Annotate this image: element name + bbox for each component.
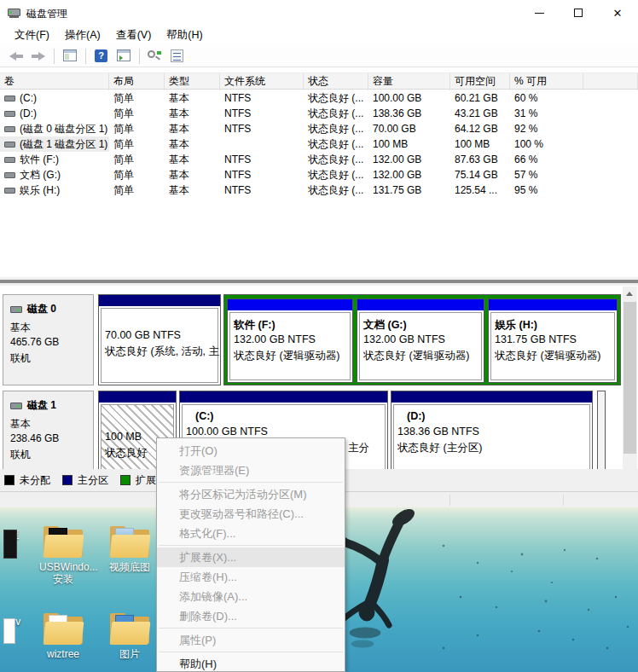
- partition-disk0-system[interactable]: 70.00 GB NTFS 状态良好 (系统, 活动, 主: [98, 294, 221, 385]
- desktop-icon-video-bg[interactable]: 视频底图: [106, 526, 154, 573]
- desktop-icon-partial-left-1[interactable]: 复: [0, 526, 31, 541]
- disk-icon: [10, 403, 22, 409]
- toolbar-separator: [139, 49, 140, 64]
- desktop-icon-label: wiztree: [39, 648, 87, 660]
- desktop-icon-label: 视频底图: [106, 561, 154, 573]
- volume-icon: [4, 172, 15, 178]
- window-title: 磁盘管理: [26, 7, 67, 21]
- table-row-g[interactable]: 文档 (G:) 简单基本 NTFS状态良好 (... 132.00 GB75.1…: [0, 167, 638, 182]
- table-row-disk1-part1-selected[interactable]: (磁盘 1 磁盘分区 1) 简单基本 状态良好 (... 100 MB100 M…: [0, 136, 638, 152]
- scrollbar-thumb[interactable]: [624, 302, 636, 454]
- legend-swatch-primary: [62, 475, 72, 485]
- desktop-icon-usbwindow[interactable]: USBWindo... 安装: [39, 526, 87, 585]
- close-icon: ✕: [613, 7, 623, 20]
- disk0-info-panel[interactable]: 磁盘 0 基本 465.76 GB 联机: [3, 294, 94, 385]
- menu-separator: [159, 652, 343, 652]
- logical-drive-bar: [357, 299, 484, 310]
- desktop-icon-label: USBWindo...: [39, 561, 87, 573]
- table-row-d[interactable]: (D:) 简单基本 NTFS状态良好 (... 138.36 GB43.21 G…: [0, 106, 638, 121]
- column-free-space[interactable]: 可用空间: [450, 73, 510, 90]
- desktop-icon-pictures[interactable]: 图片: [106, 613, 154, 660]
- back-icon[interactable]: [7, 48, 26, 65]
- volume-icon: [4, 142, 15, 148]
- menu-item-open[interactable]: 打开(O): [157, 441, 345, 461]
- desktop-icon-partial-left-2[interactable]: ecv: [0, 613, 27, 628]
- logical-drive-bar: [489, 299, 617, 310]
- menu-item-change-letter[interactable]: 更改驱动器号和路径(C)...: [157, 504, 345, 524]
- forward-icon[interactable]: [29, 48, 48, 65]
- toolbar-separator: [85, 49, 86, 64]
- document-icon: [3, 618, 15, 644]
- primary-partition-bar: [180, 391, 387, 403]
- menu-item-extend-volume[interactable]: 扩展卷(X)...: [157, 547, 345, 567]
- action-pane-icon[interactable]: [114, 48, 133, 65]
- close-button[interactable]: ✕: [598, 0, 637, 26]
- screen: 复 USBWindo... 安装 视频底图 ecv: [0, 0, 638, 672]
- maximize-icon: [574, 9, 583, 17]
- folder-icon: [44, 613, 83, 646]
- column-pct-free[interactable]: % 可用: [510, 73, 583, 90]
- volume-table-header: 卷 布局 类型 文件系统 状态 容量 可用空间 % 可用: [0, 72, 638, 90]
- volume-icon: [4, 96, 15, 101]
- logical-drive-bar: [228, 299, 352, 310]
- status-fragment: , 主分: [342, 441, 369, 455]
- menu-item-properties[interactable]: 属性(P): [157, 630, 345, 650]
- menu-separator: [159, 628, 343, 629]
- partition-context-menu: 打开(O) 资源管理器(E) 将分区标记为活动分区(M) 更改驱动器号和路径(C…: [156, 437, 345, 672]
- table-row-f[interactable]: 软件 (F:) 简单基本 NTFS状态良好 (... 132.00 GB87.6…: [0, 152, 638, 167]
- column-type[interactable]: 类型: [165, 73, 220, 90]
- legend-label: 未分配: [20, 473, 50, 488]
- menu-item-shrink-volume[interactable]: 压缩卷(H)...: [157, 567, 345, 587]
- partition-h[interactable]: 娱乐 (H:) 131.75 GB NTFS 状态良好 (逻辑驱动器): [488, 298, 618, 383]
- water-speckles: [443, 545, 629, 650]
- menu-action[interactable]: 操作(A): [57, 26, 108, 45]
- column-filesystem[interactable]: 文件系统: [220, 73, 304, 90]
- dark-app-icon: [3, 530, 17, 559]
- menu-view[interactable]: 查看(V): [108, 26, 160, 45]
- toolbar: ?: [0, 45, 638, 67]
- menu-file[interactable]: 文件(F): [7, 26, 57, 45]
- extended-partition-frame: 软件 (F:) 132.00 GB NTFS 状态良好 (逻辑驱动器) 文档 (…: [223, 294, 621, 385]
- menu-item-mark-active[interactable]: 将分区标记为活动分区(M): [157, 484, 345, 504]
- folder-icon: [44, 526, 83, 559]
- column-capacity[interactable]: 容量: [368, 73, 450, 90]
- properties-checklist-icon[interactable]: [168, 48, 187, 65]
- volume-icon: [4, 157, 15, 163]
- folder-icon: [110, 613, 149, 646]
- maximize-button[interactable]: [559, 0, 598, 26]
- disk-management-window: 磁盘管理 ✕ 文件(F) 操作(A) 查看(V) 帮助(H) ?: [0, 0, 638, 507]
- menu-item-format[interactable]: 格式化(F)...: [157, 524, 345, 543]
- folder-icon: [110, 526, 149, 559]
- legend-swatch-extended: [120, 475, 130, 485]
- partition-g[interactable]: 文档 (G:) 132.00 GB NTFS 状态良好 (逻辑驱动器): [357, 298, 484, 383]
- table-row-c[interactable]: (C:) 简单基本 NTFS状态良好 (... 100.00 GB60.21 G…: [0, 90, 638, 106]
- minimize-button[interactable]: [519, 0, 559, 26]
- menu-item-add-mirror[interactable]: 添加镜像(A)...: [157, 587, 345, 606]
- disk-management-app-icon: [8, 6, 21, 20]
- menu-separator: [159, 482, 343, 483]
- volume-icon: [4, 111, 15, 117]
- launch-console-icon[interactable]: [146, 48, 165, 65]
- volume-icon: [4, 188, 15, 194]
- column-status[interactable]: 状态: [304, 73, 368, 90]
- menu-item-delete-volume[interactable]: 删除卷(D)...: [157, 606, 345, 626]
- help-icon[interactable]: ?: [92, 48, 111, 65]
- title-bar[interactable]: 磁盘管理 ✕: [0, 0, 638, 26]
- table-row-disk0-part1[interactable]: (磁盘 0 磁盘分区 1) 简单基本 NTFS状态良好 (... 70.00 G…: [0, 121, 638, 136]
- console-tree-icon[interactable]: [61, 48, 79, 65]
- menu-item-help[interactable]: 帮助(H): [157, 654, 345, 672]
- desktop-icon-label: 图片: [106, 648, 154, 660]
- graphical-view-scrollbar[interactable]: [623, 287, 637, 486]
- table-row-h[interactable]: 娱乐 (H:) 简单基本 NTFS状态良好 (... 131.75 GB125.…: [0, 182, 638, 198]
- pane-splitter[interactable]: [0, 277, 638, 286]
- column-layout[interactable]: 布局: [109, 73, 165, 90]
- volume-icon: [4, 126, 15, 132]
- menu-help[interactable]: 帮助(H): [159, 26, 210, 45]
- menu-bar: 文件(F) 操作(A) 查看(V) 帮助(H): [0, 26, 638, 45]
- scroll-up-button[interactable]: [623, 287, 637, 301]
- partition-f[interactable]: 软件 (F:) 132.00 GB NTFS 状态良好 (逻辑驱动器): [227, 298, 353, 383]
- minimize-icon: [535, 13, 544, 14]
- column-volume[interactable]: 卷: [0, 73, 109, 90]
- desktop-icon-wiztree[interactable]: wiztree: [39, 613, 87, 660]
- menu-item-explorer[interactable]: 资源管理器(E): [157, 461, 345, 480]
